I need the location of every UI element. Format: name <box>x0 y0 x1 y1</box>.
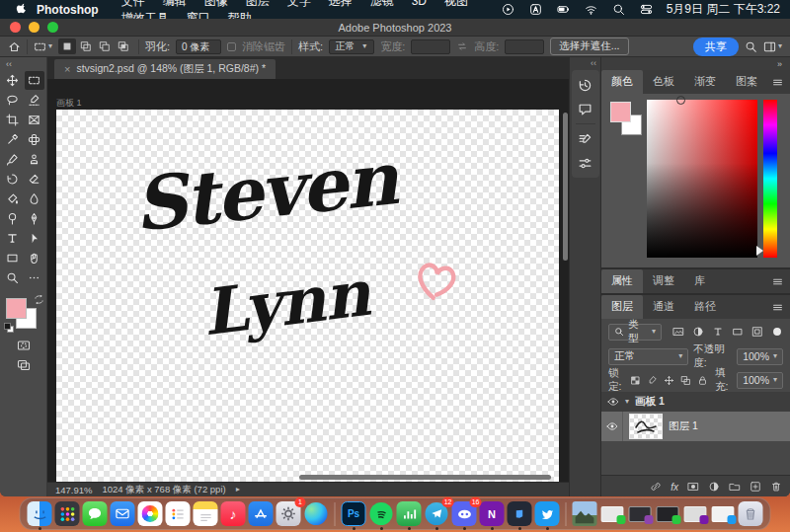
history-brush-tool[interactable] <box>3 170 23 189</box>
color-panel-menu-icon[interactable] <box>772 77 783 88</box>
dock-notion-dark[interactable] <box>508 501 532 526</box>
dock-reminders[interactable] <box>166 501 191 526</box>
lock-paint-icon[interactable] <box>647 375 658 386</box>
properties-tab-调整[interactable]: 调整 <box>643 269 684 293</box>
type-tool[interactable] <box>3 229 23 248</box>
menu-图像[interactable]: 图像 <box>196 0 237 8</box>
zoom-tool[interactable] <box>3 268 23 287</box>
opacity-select[interactable]: 100%▾ <box>737 348 783 365</box>
dock-trash[interactable] <box>739 501 763 526</box>
dock-finder[interactable] <box>28 501 52 526</box>
status-chevron-icon[interactable]: ▾ <box>234 488 242 492</box>
fx-icon[interactable]: fx <box>671 481 678 493</box>
smart-object-filter-icon[interactable] <box>751 326 763 338</box>
pixel-layer-filter-icon[interactable] <box>672 326 684 338</box>
menu-视图[interactable]: 视图 <box>435 0 477 8</box>
add-selection-icon[interactable] <box>77 38 95 54</box>
menu-图层[interactable]: 图层 <box>237 0 278 8</box>
horizontal-scrollbar[interactable] <box>299 475 551 480</box>
dock-settings[interactable]: 1 <box>276 501 301 526</box>
comment-panel-icon[interactable] <box>574 97 597 120</box>
more-tool[interactable] <box>25 268 44 287</box>
lock-artboard-icon[interactable] <box>680 375 691 386</box>
wifi-icon[interactable] <box>581 3 601 16</box>
adjustment-icon[interactable] <box>708 481 720 493</box>
dock-stocks[interactable] <box>397 501 422 526</box>
search-icon[interactable] <box>745 40 757 53</box>
layer-filter-type-select[interactable]: 类型 ▾ <box>608 324 662 341</box>
menubar-clock[interactable]: 5月9日 周二 下午3:22 <box>667 1 780 18</box>
layers-panel-menu-icon[interactable] <box>772 302 783 313</box>
properties-panel-menu-icon[interactable] <box>772 276 783 287</box>
type-layer-filter-icon[interactable] <box>712 326 724 338</box>
mask-icon[interactable] <box>687 481 699 493</box>
default-colors-icon[interactable] <box>4 323 14 333</box>
menu-选择[interactable]: 选择 <box>320 0 361 8</box>
menu-滤镜[interactable]: 滤镜 <box>361 0 403 8</box>
swap-width-height-icon[interactable] <box>456 40 468 52</box>
expand-chevron-icon[interactable]: ▾ <box>625 398 629 406</box>
vertical-scrollbar[interactable] <box>563 113 568 261</box>
swap-colors-icon[interactable] <box>35 295 43 304</box>
dock-notes[interactable] <box>194 501 218 526</box>
move-tool[interactable] <box>3 71 23 90</box>
control-center-icon[interactable] <box>636 3 657 16</box>
color-tab-渐变[interactable]: 渐变 <box>684 70 726 94</box>
crop-tool[interactable] <box>3 111 23 129</box>
properties-tab-属性[interactable]: 属性 <box>601 269 643 293</box>
dock-discord[interactable]: 16 <box>452 501 477 526</box>
dock-window-thumb-3[interactable] <box>656 501 680 526</box>
color-field[interactable] <box>647 100 757 258</box>
canvas-pasteboard[interactable]: 画板 1 Steven Lynn 147.91% <box>47 79 569 496</box>
pen-tool[interactable] <box>25 209 44 228</box>
foreground-color-swatch[interactable] <box>6 298 27 319</box>
layers-tab-路径[interactable]: 路径 <box>684 295 726 319</box>
screen-mode-icon[interactable] <box>17 358 31 372</box>
dock-window-thumb-2[interactable] <box>628 501 653 526</box>
layer-row-画板 1[interactable]: ▾ 画板 1 <box>601 392 790 412</box>
panel-foreground-swatch[interactable] <box>610 102 631 122</box>
subtract-selection-icon[interactable] <box>96 38 114 54</box>
window-titlebar[interactable]: Adobe Photoshop 2023 <box>0 19 790 37</box>
dock-photo-thumbnail[interactable] <box>573 501 597 526</box>
antialias-checkbox[interactable] <box>227 42 236 51</box>
marquee-tool-preset[interactable]: ▾ <box>34 40 52 53</box>
link-icon[interactable] <box>650 481 662 493</box>
menu-编辑[interactable]: 编辑 <box>154 0 196 8</box>
canvas[interactable]: Steven Lynn <box>56 110 559 482</box>
menu-文件[interactable]: 文件 <box>113 0 154 8</box>
color-tab-颜色[interactable]: 颜色 <box>601 70 643 94</box>
strip-expand-icon[interactable]: ‹‹ <box>591 58 596 68</box>
shape-layer-filter-icon[interactable] <box>732 326 744 338</box>
brush-settings-panel-icon[interactable] <box>574 127 597 151</box>
stamp-tool[interactable] <box>25 150 44 169</box>
dodge-tool[interactable] <box>3 209 23 228</box>
dock-window-thumb-4[interactable] <box>683 501 708 526</box>
gradient-tool[interactable] <box>3 190 23 208</box>
close-tab-icon[interactable]: × <box>64 63 70 75</box>
trash-icon[interactable] <box>770 481 782 493</box>
menu-3D[interactable]: 3D <box>403 0 435 8</box>
dock-app-store[interactable] <box>249 501 274 526</box>
color-tab-色板[interactable]: 色板 <box>643 70 684 94</box>
input-source-icon[interactable] <box>525 3 546 16</box>
toolbar-collapse-icon[interactable]: ‹‹ <box>6 59 12 69</box>
dock-photos[interactable] <box>138 501 163 526</box>
tool-presets-panel-icon[interactable] <box>574 151 597 175</box>
brush-tool[interactable] <box>3 150 23 169</box>
quick-mask-icon[interactable] <box>17 339 31 352</box>
adjustment-layer-filter-icon[interactable] <box>692 326 704 338</box>
eraser-tool[interactable] <box>25 170 44 189</box>
dock-music[interactable]: ♪ <box>221 501 246 526</box>
blend-mode-select[interactable]: 正常▾ <box>608 348 688 365</box>
menu-文字[interactable]: 文字 <box>278 0 320 8</box>
color-field-marker[interactable] <box>676 96 685 105</box>
zoom-level[interactable]: 147.91% <box>55 485 93 495</box>
dock-launchpad[interactable] <box>55 501 80 526</box>
visibility-eye-icon[interactable] <box>601 412 623 441</box>
dock-messages[interactable] <box>83 501 108 526</box>
spotlight-icon[interactable] <box>608 3 629 16</box>
battery-icon[interactable] <box>553 3 574 16</box>
share-button[interactable]: 共享 <box>693 38 739 56</box>
layer-thumbnail[interactable] <box>630 415 662 438</box>
